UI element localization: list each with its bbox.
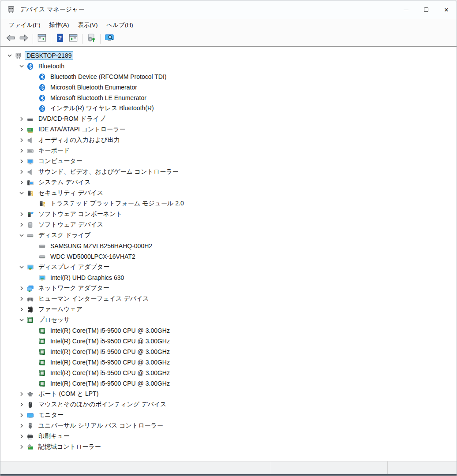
tree-item[interactable]: Intel(R) Core(TM) i5-9500 CPU @ 3.00GHz xyxy=(0,336,457,346)
tree-item[interactable]: ポート (COM と LPT) xyxy=(0,389,457,399)
maximize-button[interactable] xyxy=(416,0,436,19)
menu-item-help[interactable]: ヘルプ(H) xyxy=(102,19,138,31)
menu-item-file[interactable]: ファイル(F) xyxy=(4,19,45,31)
tree-item[interactable]: Microsoft Bluetooth LE Enumerator xyxy=(0,93,457,103)
help-button[interactable]: ? xyxy=(53,33,67,45)
chevron-collapsed-icon[interactable] xyxy=(17,420,26,431)
chevron-collapsed-icon[interactable] xyxy=(17,431,26,442)
tree-item-label: DVD/CD-ROM ドライブ xyxy=(37,114,107,124)
back-arrow-icon xyxy=(6,33,15,45)
chevron-slot xyxy=(29,198,38,209)
properties-window-button[interactable] xyxy=(67,33,80,45)
chevron-collapsed-icon[interactable] xyxy=(17,304,26,315)
statusbar-section xyxy=(271,461,387,474)
tree-item[interactable]: ユニバーサル シリアル バス コントローラー xyxy=(0,420,457,431)
tree-item-label: 記憶域コントローラー xyxy=(37,442,103,452)
chevron-expanded-icon[interactable] xyxy=(17,61,26,71)
chevron-collapsed-icon[interactable] xyxy=(17,283,26,294)
chevron-collapsed-icon[interactable] xyxy=(17,145,26,156)
processor-chip-icon xyxy=(38,338,46,345)
tree-item[interactable]: モニター xyxy=(0,410,457,420)
chevron-collapsed-icon[interactable] xyxy=(17,209,26,219)
chevron-expanded-icon[interactable] xyxy=(17,315,26,325)
tree-item[interactable]: Intel(R) Core(TM) i5-9500 CPU @ 3.00GHz xyxy=(0,357,457,368)
chevron-collapsed-icon[interactable] xyxy=(17,167,26,177)
chevron-collapsed-icon[interactable] xyxy=(17,219,26,230)
tree-item[interactable]: プロセッサ xyxy=(0,315,457,325)
tree-item[interactable]: マウスとそのほかのポインティング デバイス xyxy=(0,399,457,410)
scan-hardware-changes-button[interactable] xyxy=(85,33,98,45)
tree-item[interactable]: IDE ATA/ATAPI コントローラー xyxy=(0,124,457,135)
speaker-icon xyxy=(26,137,34,144)
processor-chip-icon xyxy=(38,369,46,377)
svg-text:?: ? xyxy=(58,35,62,41)
chevron-collapsed-icon[interactable] xyxy=(17,135,26,145)
tree-item[interactable]: キーボード xyxy=(0,145,457,156)
tree-item[interactable]: ディスプレイ アダプター xyxy=(0,262,457,272)
tree-item[interactable]: ソフトウェア デバイス xyxy=(0,219,457,230)
processor-chip-icon xyxy=(38,359,46,366)
tree-item[interactable]: システム デバイス xyxy=(0,177,457,188)
tree-item[interactable]: Intel(R) Core(TM) i5-9500 CPU @ 3.00GHz xyxy=(0,368,457,378)
chevron-slot xyxy=(29,251,38,262)
forward-arrow-icon xyxy=(19,33,29,45)
tree-item-label: Bluetooth Device (RFCOMM Protocol TDI) xyxy=(49,72,168,81)
tree-item[interactable]: Intel(R) Core(TM) i5-9500 CPU @ 3.00GHz xyxy=(0,325,457,336)
tree-item[interactable]: Intel(R) Core(TM) i5-9500 CPU @ 3.00GHz xyxy=(0,346,457,357)
tree-item[interactable]: セキュリティ デバイス xyxy=(0,188,457,198)
tree-item[interactable]: トラステッド プラットフォーム モジュール 2.0 xyxy=(0,198,457,209)
tree-item[interactable]: Intel(R) Core(TM) i5-9500 CPU @ 3.00GHz xyxy=(0,378,457,389)
tree-item-label: Intel(R) Core(TM) i5-9500 CPU @ 3.00GHz xyxy=(49,368,172,377)
chevron-collapsed-icon[interactable] xyxy=(17,156,26,167)
tree-item[interactable]: ヒューマン インターフェイス デバイス xyxy=(0,294,457,304)
chevron-collapsed-icon[interactable] xyxy=(17,177,26,188)
minimize-icon xyxy=(404,10,408,10)
tree-item[interactable]: DVD/CD-ROM ドライブ xyxy=(0,114,457,124)
tree-item[interactable]: Intel(R) UHD Graphics 630 xyxy=(0,272,457,283)
serial-port-icon xyxy=(26,390,34,398)
tree-item-label: ディスク ドライブ xyxy=(37,231,93,240)
bluetooth-icon xyxy=(38,73,46,81)
chevron-expanded-icon[interactable] xyxy=(17,188,26,198)
chevron-expanded-icon[interactable] xyxy=(17,262,26,272)
maximize-icon xyxy=(424,7,428,12)
tree-item[interactable]: 記憶域コントローラー xyxy=(0,442,457,452)
chevron-expanded-icon[interactable] xyxy=(5,50,15,61)
menu-item-view[interactable]: 表示(V) xyxy=(74,19,102,31)
tree-item[interactable]: インテル(R) ワイヤレス Bluetooth(R) xyxy=(0,103,457,114)
devices-monitor-search-button[interactable] xyxy=(103,33,116,45)
tree-item[interactable]: 印刷キュー xyxy=(0,431,457,442)
chevron-collapsed-icon[interactable] xyxy=(17,294,26,304)
chevron-collapsed-icon[interactable] xyxy=(17,442,26,452)
console-tree-window-button[interactable] xyxy=(35,33,49,45)
tree-item[interactable]: サウンド、ビデオ、およびゲーム コントローラー xyxy=(0,167,457,177)
tree-item[interactable]: Microsoft Bluetooth Enumerator xyxy=(0,82,457,93)
back-arrow-button[interactable] xyxy=(4,33,17,45)
tree-item[interactable]: WDC WD5000LPCX-16VHAT2 xyxy=(0,251,457,262)
tree-item[interactable]: ファームウェア xyxy=(0,304,457,315)
menu-item-action[interactable]: 操作(A) xyxy=(45,19,74,31)
tree-item[interactable]: Bluetooth xyxy=(0,61,457,71)
statusbar-section xyxy=(0,461,271,474)
chevron-collapsed-icon[interactable] xyxy=(17,389,26,399)
tree-item[interactable]: Bluetooth Device (RFCOMM Protocol TDI) xyxy=(0,71,457,82)
forward-arrow-button[interactable] xyxy=(17,33,30,45)
toolbar-separator xyxy=(82,34,82,44)
chevron-collapsed-icon[interactable] xyxy=(17,410,26,420)
tree-item-label: Intel(R) UHD Graphics 630 xyxy=(49,273,126,282)
minimize-button[interactable] xyxy=(396,0,416,19)
monitor-icon xyxy=(26,412,34,419)
chevron-expanded-icon[interactable] xyxy=(17,230,26,241)
tree-item[interactable]: SAMSUNG MZVLB256HAHQ-000H2 xyxy=(0,241,457,251)
tree-item[interactable]: ディスク ドライブ xyxy=(0,230,457,241)
tree-item[interactable]: ネットワーク アダプター xyxy=(0,283,457,294)
tree-item[interactable]: ソフトウェア コンポーネント xyxy=(0,209,457,219)
close-button[interactable]: ✕ xyxy=(436,0,457,19)
tree-item[interactable]: コンピューター xyxy=(0,156,457,167)
chevron-collapsed-icon[interactable] xyxy=(17,399,26,410)
chevron-collapsed-icon[interactable] xyxy=(17,114,26,124)
chevron-collapsed-icon[interactable] xyxy=(17,124,26,135)
tree-item[interactable]: オーディオの入力および出力 xyxy=(0,135,457,145)
tree-item[interactable]: DESKTOP-2189 xyxy=(0,50,457,61)
chevron-slot xyxy=(29,103,38,114)
